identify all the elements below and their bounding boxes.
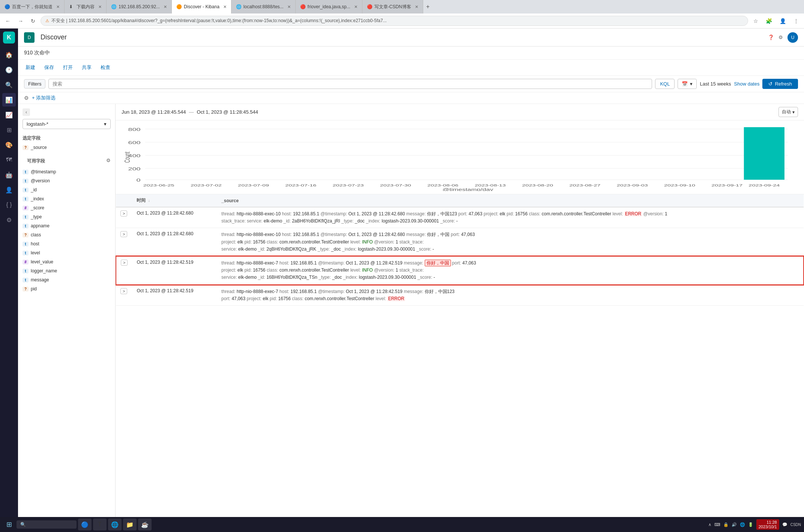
tab-close-kibana[interactable]: ✕ bbox=[223, 5, 227, 9]
nav-icon-settings[interactable]: ⚙ bbox=[2, 213, 16, 227]
field-name-level: level bbox=[31, 250, 40, 255]
row-2-timestamp: Oct 1, 2023 @ 11:28:42.680 bbox=[132, 228, 217, 256]
nav-icon-home[interactable]: 🏠 bbox=[2, 48, 16, 62]
show-dates-button[interactable]: Show dates bbox=[734, 81, 760, 87]
field-name-type: _type bbox=[31, 214, 42, 219]
menu-button[interactable]: ⋮ bbox=[791, 17, 801, 26]
reload-button[interactable]: ↻ bbox=[29, 17, 38, 26]
tab-close-csdn[interactable]: ✕ bbox=[415, 5, 418, 9]
inspect-button[interactable]: 检查 bbox=[99, 63, 112, 72]
save-button[interactable]: 保存 bbox=[43, 63, 56, 72]
refresh-button[interactable]: ↺ Refresh bbox=[762, 79, 798, 89]
taskbar-time: 11:28 bbox=[759, 520, 777, 524]
tab-close-localhost[interactable]: ✕ bbox=[287, 5, 291, 9]
col-time[interactable]: 时间 ↓ bbox=[132, 194, 217, 207]
svg-rect-24 bbox=[744, 127, 784, 180]
share-button[interactable]: 共享 bbox=[80, 63, 93, 72]
tab-download[interactable]: ⬇ 下载内容 ✕ bbox=[65, 0, 107, 14]
field-item-level-value[interactable]: # level_value bbox=[18, 257, 115, 266]
field-item-class[interactable]: ? class bbox=[18, 230, 115, 239]
nav-icon-discover[interactable]: 📊 bbox=[2, 93, 16, 107]
taskbar-app-3[interactable]: 🌐 bbox=[108, 518, 122, 530]
nav-icon-person[interactable]: 👤 bbox=[2, 183, 16, 197]
back-button[interactable]: ← bbox=[3, 17, 13, 26]
row-4-expand-button[interactable]: > bbox=[120, 288, 127, 294]
profile-button[interactable]: 👤 bbox=[777, 17, 788, 26]
field-item-id[interactable]: t _id bbox=[18, 185, 115, 194]
auto-select[interactable]: 自动 ▾ bbox=[778, 107, 798, 117]
field-item-logger-name[interactable]: t logger_name bbox=[18, 266, 115, 275]
extensions-button[interactable]: 🧩 bbox=[763, 17, 774, 26]
kql-button[interactable]: KQL bbox=[655, 79, 675, 89]
taskbar-notification-icon[interactable]: 💬 bbox=[782, 522, 787, 527]
open-button[interactable]: 打开 bbox=[62, 63, 74, 72]
tab-close-friover[interactable]: ✕ bbox=[354, 5, 358, 9]
nav-icon-maps[interactable]: 🗺 bbox=[2, 153, 16, 167]
kibana-logo: K bbox=[3, 32, 15, 44]
kibana-app-icon: D bbox=[24, 32, 35, 43]
tab-baidu[interactable]: 🔵 百度一下，你就知道 ✕ bbox=[0, 0, 65, 14]
kibana-sidebar: K 🏠 🕐 🔍 📊 📈 ⊞ 🎨 🗺 🤖 👤 { } ⚙ bbox=[0, 29, 18, 532]
available-fields-gear-icon[interactable]: ⚙ bbox=[106, 158, 111, 163]
field-item-host[interactable]: t host bbox=[18, 239, 115, 248]
new-tab-button[interactable]: + bbox=[423, 0, 433, 14]
field-item-pid[interactable]: ? pid bbox=[18, 284, 115, 293]
search-input[interactable] bbox=[48, 79, 652, 89]
taskbar-app-2[interactable]: T bbox=[93, 518, 107, 530]
tab-ip1[interactable]: 🌐 192.168.85.200:92... ✕ bbox=[107, 0, 172, 14]
row-2-source: thread: http-nio-8888-exec-10 host: 192.… bbox=[217, 228, 804, 256]
settings-gear-icon[interactable]: ⚙ bbox=[24, 95, 29, 101]
row-2-expand-button[interactable]: > bbox=[120, 231, 127, 237]
svg-text:2023-07-02: 2023-07-02 bbox=[191, 183, 222, 187]
tab-close-baidu[interactable]: ✕ bbox=[56, 5, 60, 9]
taskbar-search-input[interactable] bbox=[17, 520, 77, 529]
collapse-left-panel-button[interactable]: ‹ bbox=[23, 108, 30, 116]
field-item-message[interactable]: t message bbox=[18, 275, 115, 284]
forward-button[interactable]: → bbox=[16, 17, 26, 26]
bookmark-button[interactable]: ☆ bbox=[751, 17, 760, 26]
field-item-timestamp[interactable]: t @timestamp bbox=[18, 167, 115, 176]
top-bar-icon-settings[interactable]: ⚙ bbox=[778, 35, 783, 40]
nav-icon-dashboard[interactable]: ⊞ bbox=[2, 123, 16, 137]
new-button[interactable]: 新建 bbox=[24, 63, 37, 72]
field-item-version[interactable]: t @version bbox=[18, 176, 115, 185]
tab-kibana[interactable]: 🟠 Discover - Kibana ✕ bbox=[172, 0, 231, 14]
tab-localhost[interactable]: 🌐 localhost:8888/tes... ✕ bbox=[231, 0, 296, 14]
user-avatar[interactable]: U bbox=[787, 32, 798, 43]
taskbar-app-1[interactable]: 🔵 bbox=[78, 518, 92, 530]
row-3-expand-button[interactable]: > bbox=[121, 260, 128, 266]
field-item-source[interactable]: ? _source bbox=[18, 143, 115, 152]
nav-icon-ml[interactable]: 🤖 bbox=[2, 168, 16, 182]
nav-icon-visualize[interactable]: 📈 bbox=[2, 108, 16, 122]
left-panel: ‹ logstash-* ▾ 选定字段 ? _source 可用字段 ⚙ t @… bbox=[18, 104, 116, 532]
svg-text:2023-09-03: 2023-09-03 bbox=[617, 183, 648, 187]
field-item-level[interactable]: t level bbox=[18, 248, 115, 257]
nav-icon-canvas[interactable]: 🎨 bbox=[2, 138, 16, 152]
add-filter-button[interactable]: + 添加筛选 bbox=[32, 95, 56, 101]
nav-icon-clock[interactable]: 🕐 bbox=[2, 63, 16, 77]
field-name-index: _index bbox=[31, 196, 44, 201]
field-item-index[interactable]: t _index bbox=[18, 194, 115, 203]
taskbar-tray-icon-4: 🔊 bbox=[732, 522, 737, 527]
tab-friover[interactable]: 🔴 friover_idea.java,sp... ✕ bbox=[296, 0, 362, 14]
date-picker[interactable]: 📅 ▾ bbox=[678, 79, 697, 89]
taskbar-app-4[interactable]: 📁 bbox=[123, 518, 137, 530]
address-bar[interactable]: ⚠ 不安全 | 192.168.85.200:5601/app/kibana#/… bbox=[41, 16, 748, 26]
svg-text:2023-09-17: 2023-09-17 bbox=[711, 183, 742, 187]
nav-icon-code[interactable]: { } bbox=[2, 198, 16, 212]
index-selector[interactable]: logstash-* ▾ bbox=[23, 119, 111, 129]
top-bar-icon-help[interactable]: ❓ bbox=[768, 35, 774, 40]
start-button[interactable]: ⊞ bbox=[3, 519, 15, 530]
taskbar-app-5[interactable]: ☕ bbox=[138, 518, 152, 530]
taskbar-tray-icon-5: 🌐 bbox=[740, 522, 745, 527]
row-1-expand-button[interactable]: > bbox=[120, 210, 127, 216]
field-item-type[interactable]: t _type bbox=[18, 212, 115, 221]
tab-csdn[interactable]: 🔴 写文章-CSDN博客 ✕ bbox=[362, 0, 423, 14]
field-item-score[interactable]: # _score bbox=[18, 203, 115, 212]
tab-close-download[interactable]: ✕ bbox=[98, 5, 102, 9]
taskbar-tray: ∧ ⌨ 🔒 🔊 🌐 🔋 11:28 2023/10/1 💬 CSDN bbox=[708, 519, 801, 530]
nav-icon-search[interactable]: 🔍 bbox=[2, 78, 16, 92]
tab-close-ip1[interactable]: ✕ bbox=[164, 5, 167, 9]
browser-chrome: 🔵 百度一下，你就知道 ✕ ⬇ 下载内容 ✕ 🌐 192.168.85.200:… bbox=[0, 0, 804, 29]
field-item-appname[interactable]: t appname bbox=[18, 221, 115, 230]
